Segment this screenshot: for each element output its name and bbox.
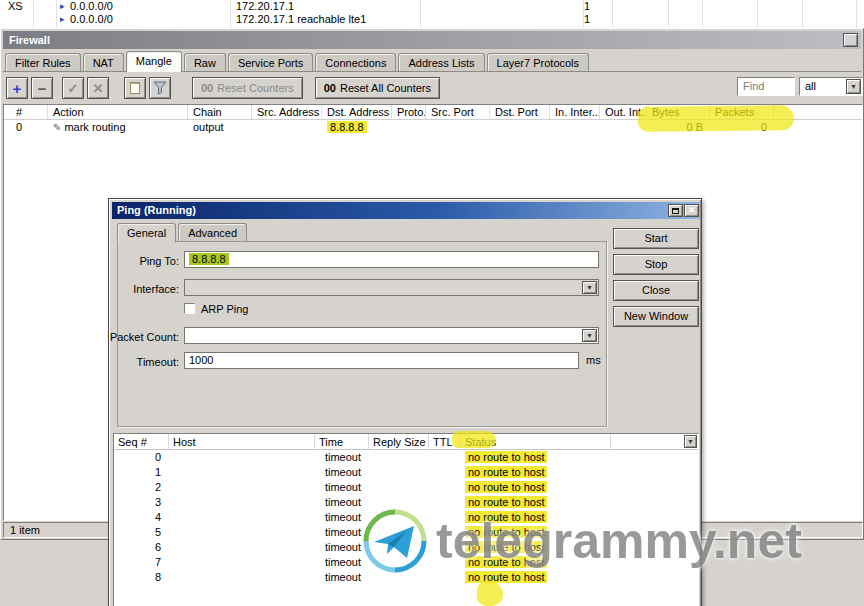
tab-filter-rules[interactable]: Filter Rules — [5, 53, 81, 72]
col-num[interactable]: # — [4, 105, 48, 119]
ping-to-label: Ping To: — [109, 253, 179, 270]
ping-result-row[interactable]: 1 timeout no route to host — [114, 465, 698, 480]
seq-cell: 2 — [114, 480, 169, 495]
interface-dropdown[interactable]: ▼ — [184, 279, 599, 296]
item-count: 1 item — [10, 524, 40, 536]
route-dst: 0.0.0.0/0 — [70, 13, 113, 26]
firewall-tabs: Filter Rules NAT Mangle Raw Service Port… — [5, 51, 589, 72]
rule-num: 0 — [4, 120, 48, 135]
reply-size-cell — [369, 465, 429, 480]
timeout-unit: ms — [586, 352, 601, 369]
interface-label: Interface: — [109, 281, 179, 298]
close-button[interactable]: Close — [613, 280, 699, 301]
tab-layer7-protocols[interactable]: Layer7 Protocols — [487, 53, 590, 72]
route-gateway: 172.20.17.1 — [236, 0, 294, 13]
maximize-button[interactable] — [668, 204, 683, 217]
tab-connections[interactable]: Connections — [315, 53, 396, 72]
col-src-port[interactable]: Src. Port — [426, 105, 490, 119]
host-cell — [169, 525, 315, 540]
comment-button[interactable] — [124, 77, 146, 99]
disable-button[interactable]: ✕ — [87, 77, 109, 99]
col-host[interactable]: Host — [169, 434, 315, 449]
seq-cell: 3 — [114, 495, 169, 510]
results-header: Seq # Host Time Reply Size TTL Status ▼ — [114, 434, 698, 450]
close-button[interactable]: ✕ — [684, 204, 699, 217]
ping-result-row[interactable]: 0 timeout no route to host — [114, 450, 698, 465]
col-dst-address[interactable]: Dst. Address — [322, 105, 392, 119]
col-protocol[interactable]: Proto... — [392, 105, 426, 119]
filter-dropdown-value: all — [805, 80, 816, 92]
column-select-icon[interactable]: ▼ — [684, 435, 697, 448]
filter-button[interactable] — [149, 77, 171, 99]
route-row[interactable]: XS ▸ 0.0.0.0/0 172.20.17.1 1 — [0, 0, 864, 13]
add-button[interactable]: + — [6, 77, 28, 99]
rule-dst-address: 8.8.8.8 — [322, 120, 392, 135]
filter-dropdown[interactable]: all ▼ — [799, 77, 863, 96]
status-cell: no route to host — [461, 480, 611, 495]
col-dst-port[interactable]: Dst. Port — [490, 105, 550, 119]
cross-icon: ✕ — [93, 82, 104, 95]
rule-chain: output — [188, 120, 252, 135]
time-cell: timeout — [315, 480, 369, 495]
arp-ping-label: ARP Ping — [201, 303, 249, 315]
reset-all-counters-label: Reset All Counters — [340, 82, 431, 94]
highlight-smear — [452, 431, 496, 448]
packet-count-dropdown[interactable]: ▼ — [184, 327, 599, 344]
ttl-cell — [429, 465, 461, 480]
time-cell: timeout — [315, 450, 369, 465]
enable-button[interactable]: ✓ — [62, 77, 84, 99]
ping-result-row[interactable]: 2 timeout no route to host — [114, 480, 698, 495]
col-in-interface[interactable]: In. Inter... — [550, 105, 600, 119]
status-cell: no route to host — [461, 465, 611, 480]
timeout-label: Timeout: — [109, 354, 179, 371]
rule-action: ✎mark routing — [48, 120, 188, 135]
tab-address-lists[interactable]: Address Lists — [398, 53, 484, 72]
start-button[interactable]: Start — [613, 228, 699, 249]
col-seq[interactable]: Seq # — [114, 434, 169, 449]
ping-to-input[interactable]: 8.8.8.8 — [184, 251, 599, 268]
watermark-text: telegrammy.net — [436, 506, 802, 576]
remove-button[interactable]: − — [31, 77, 53, 99]
find-input[interactable]: Find — [737, 77, 795, 96]
route-flags: XS — [8, 0, 23, 13]
highlight-smear — [477, 581, 503, 606]
route-row[interactable]: ▸ 0.0.0.0/0 172.20.17.1 reachable lte1 1 — [0, 13, 864, 26]
host-cell — [169, 540, 315, 555]
reset-counters-label: Reset Counters — [217, 82, 293, 94]
reset-counters-button[interactable]: 00Reset Counters — [192, 77, 303, 99]
ping-titlebar[interactable]: Ping (Running) ✕ — [112, 202, 700, 219]
col-chain[interactable]: Chain — [188, 105, 252, 119]
firewall-titlebar[interactable]: Firewall — [3, 31, 861, 49]
ttl-cell — [429, 480, 461, 495]
col-time[interactable]: Time — [315, 434, 369, 449]
col-src-address[interactable]: Src. Address — [252, 105, 322, 119]
host-cell — [169, 480, 315, 495]
rule-dst-port — [490, 120, 550, 135]
reset-all-counters-button[interactable]: 00Reset All Counters — [315, 77, 440, 99]
minus-icon: − — [38, 82, 47, 95]
seq-cell: 7 — [114, 555, 169, 570]
firewall-toolbar: + − ✓ ✕ 00Reset Counters 00Reset All Cou… — [6, 76, 452, 100]
arp-ping-checkbox[interactable] — [184, 303, 195, 314]
route-dst: 0.0.0.0/0 — [70, 0, 113, 13]
host-cell — [169, 450, 315, 465]
window-close-button[interactable] — [843, 33, 858, 47]
tab-advanced[interactable]: Advanced — [178, 223, 247, 242]
tab-general[interactable]: General — [117, 223, 176, 243]
route-distance: 1 — [560, 13, 590, 26]
tab-mangle[interactable]: Mangle — [126, 51, 182, 72]
tab-service-ports[interactable]: Service Ports — [228, 53, 313, 72]
tab-nat[interactable]: NAT — [83, 53, 124, 72]
col-reply-size[interactable]: Reply Size — [369, 434, 429, 449]
counters-prefix: 00 — [201, 82, 213, 94]
timeout-input[interactable]: 1000 — [184, 352, 579, 369]
chevron-down-icon: ▼ — [582, 329, 597, 342]
stop-button[interactable]: Stop — [613, 254, 699, 275]
route-arrow-icon: ▸ — [60, 0, 65, 13]
route-gateway: 172.20.17.1 reachable lte1 — [236, 13, 366, 26]
tab-raw[interactable]: Raw — [184, 53, 226, 72]
screen: XS ▸ 0.0.0.0/0 172.20.17.1 1 ▸ 0.0.0.0/0… — [0, 0, 864, 606]
reply-size-cell — [369, 450, 429, 465]
new-window-button[interactable]: New Window — [613, 306, 699, 327]
col-action[interactable]: Action — [48, 105, 188, 119]
